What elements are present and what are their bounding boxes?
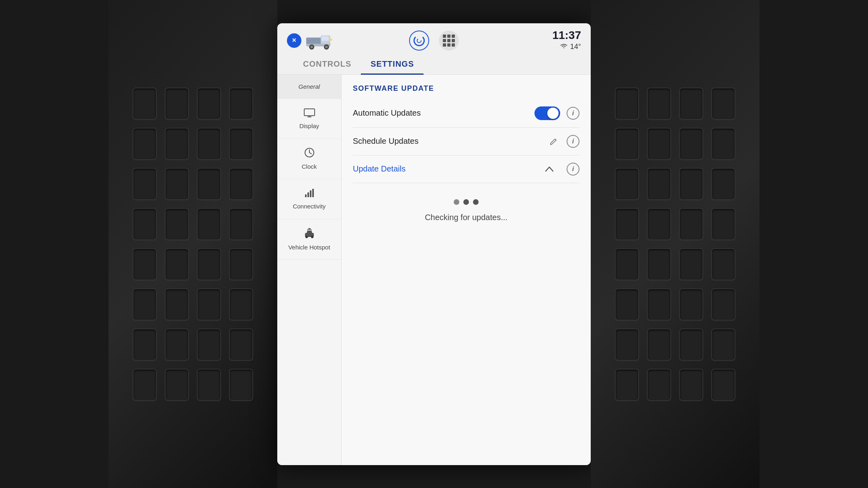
section-title: SOFTWARE UPDATE (353, 84, 579, 93)
display-icon (304, 108, 315, 120)
header-center (409, 31, 459, 51)
checking-text: Checking for updates... (425, 213, 508, 222)
main-screen: × (277, 23, 591, 465)
loading-dot-1 (454, 199, 459, 205)
schedule-updates-edit-button[interactable] (547, 135, 560, 148)
sidebar-item-clock[interactable]: Clock (277, 139, 341, 179)
header-left: × (287, 30, 337, 51)
tab-controls[interactable]: CONTROLS (293, 55, 361, 75)
svg-point-22 (305, 236, 308, 238)
sidebar-display-label: Display (299, 123, 319, 129)
left-vent-panel (108, 0, 277, 488)
schedule-updates-actions: i (547, 135, 579, 148)
update-details-label[interactable]: Update Details (353, 164, 545, 174)
svg-rect-10 (304, 109, 315, 116)
svg-point-9 (417, 39, 421, 43)
automatic-updates-toggle[interactable] (534, 106, 560, 120)
update-details-info-button[interactable]: i (567, 163, 579, 176)
sidebar-item-vehicle-hotspot[interactable]: Vehicle Hotspot (277, 219, 341, 259)
update-details-actions: i (545, 163, 579, 176)
sidebar-item-general[interactable]: General (277, 75, 341, 99)
header-right: 11:37 14° (552, 30, 581, 51)
sidebar-clock-label: Clock (302, 163, 317, 170)
right-vent-panel (591, 0, 760, 488)
automatic-updates-label: Automatic Updates (353, 108, 534, 118)
svg-point-23 (311, 236, 313, 238)
wifi-icon (560, 43, 568, 51)
svg-line-16 (309, 153, 311, 154)
svg-point-7 (325, 45, 328, 48)
svg-rect-3 (321, 36, 329, 41)
schedule-updates-info-button[interactable]: i (567, 135, 579, 148)
update-details-row: Update Details i (353, 155, 579, 183)
svg-rect-1 (306, 38, 321, 43)
svg-rect-17 (305, 194, 307, 197)
header: × (277, 23, 591, 51)
svg-rect-20 (312, 189, 314, 197)
chevron-up-icon[interactable] (545, 164, 554, 174)
alexa-button[interactable] (409, 31, 429, 51)
truck-icon (305, 30, 337, 51)
tab-bar: CONTROLS SETTINGS (277, 55, 591, 75)
svg-rect-19 (310, 190, 311, 197)
schedule-updates-label: Schedule Updates (353, 137, 547, 146)
automatic-updates-row: Automatic Updates i (353, 99, 579, 128)
grid-dots-icon (443, 35, 455, 47)
svg-point-24 (309, 229, 310, 230)
grid-menu-button[interactable] (439, 31, 459, 51)
tab-settings[interactable]: SETTINGS (361, 55, 424, 75)
loading-dots (454, 199, 479, 205)
sidebar-connectivity-label: Connectivity (293, 203, 326, 210)
temperature-display: 14° (570, 43, 581, 51)
status-row: 14° (552, 43, 581, 51)
svg-rect-8 (330, 39, 332, 41)
sidebar-general-label: General (299, 83, 320, 90)
automatic-updates-actions: i (534, 106, 579, 120)
sidebar-item-display[interactable]: Display (277, 99, 341, 139)
checking-area: Checking for updates... (353, 183, 579, 238)
clock-icon (304, 147, 315, 161)
schedule-updates-row: Schedule Updates i (353, 128, 579, 155)
sidebar: General Display (277, 75, 342, 465)
content-area: General Display (277, 75, 591, 465)
automatic-updates-info-button[interactable]: i (567, 107, 579, 120)
toggle-thumb (547, 108, 559, 119)
vehicle-hotspot-icon (303, 227, 315, 241)
sidebar-item-connectivity[interactable]: Connectivity (277, 179, 341, 219)
sidebar-vehicle-hotspot-label: Vehicle Hotspot (288, 244, 330, 251)
loading-dot-3 (473, 199, 479, 205)
svg-rect-18 (307, 192, 309, 197)
right-panel: SOFTWARE UPDATE Automatic Updates i Sche… (342, 75, 591, 465)
loading-dot-2 (463, 199, 469, 205)
close-button[interactable]: × (287, 33, 301, 48)
connectivity-icon (304, 188, 315, 200)
svg-point-5 (310, 45, 313, 48)
alexa-ring-icon (414, 35, 425, 46)
clock-display: 11:37 (552, 30, 581, 41)
